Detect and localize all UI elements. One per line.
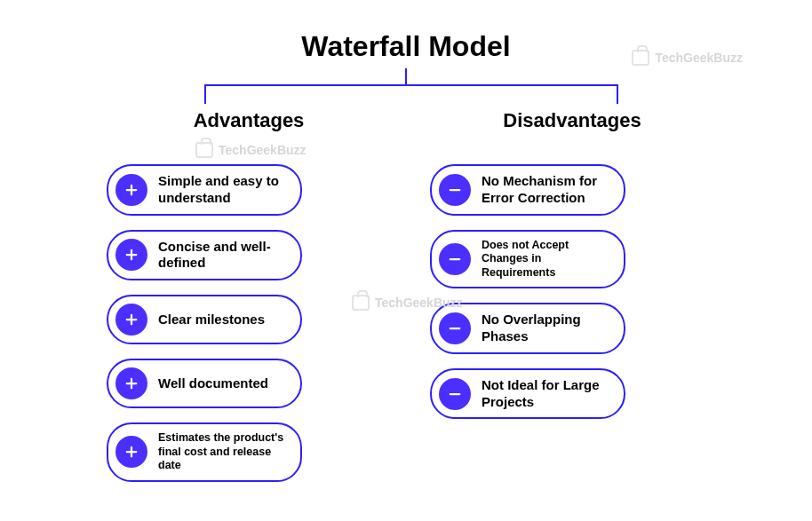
advantage-item: Clear milestones bbox=[107, 295, 302, 344]
item-text: Clear milestones bbox=[158, 312, 265, 328]
item-text: Concise and well-defined bbox=[158, 239, 288, 272]
diagram-title: Waterfall Model bbox=[0, 0, 812, 63]
columns-container: Advantages Simple and easy to understand… bbox=[0, 109, 812, 496]
plus-icon bbox=[115, 436, 147, 468]
item-text: Does not Accept Changes in Requirements bbox=[482, 239, 611, 280]
advantages-list: Simple and easy to understandConcise and… bbox=[107, 164, 391, 482]
advantage-item: Estimates the product's final cost and r… bbox=[107, 422, 302, 482]
disadvantage-item: No Mechanism for Error Correction bbox=[430, 164, 625, 216]
plus-icon bbox=[115, 174, 147, 206]
advantages-column: Advantages Simple and easy to understand… bbox=[107, 109, 391, 496]
item-text: Not Ideal for Large Projects bbox=[482, 377, 611, 411]
item-text: Well documented bbox=[158, 375, 268, 392]
minus-icon bbox=[439, 174, 471, 206]
disadvantage-item: No Overlapping Phases bbox=[430, 303, 625, 354]
disadvantages-list: No Mechanism for Error CorrectionDoes no… bbox=[430, 164, 714, 419]
plus-icon bbox=[115, 239, 147, 271]
advantage-item: Well documented bbox=[107, 359, 302, 408]
minus-icon bbox=[439, 378, 471, 410]
connector-lines bbox=[0, 68, 812, 113]
plus-icon bbox=[115, 304, 147, 335]
disadvantage-item: Not Ideal for Large Projects bbox=[430, 368, 625, 420]
item-text: Simple and easy to understand bbox=[158, 173, 288, 207]
advantage-item: Simple and easy to understand bbox=[107, 164, 302, 216]
item-text: No Overlapping Phases bbox=[482, 312, 611, 345]
plus-icon bbox=[115, 367, 147, 399]
item-text: Estimates the product's final cost and r… bbox=[158, 431, 288, 473]
item-text: No Mechanism for Error Correction bbox=[482, 173, 611, 207]
disadvantages-column: Disadvantages No Mechanism for Error Cor… bbox=[430, 109, 714, 496]
minus-icon bbox=[439, 312, 471, 344]
minus-icon bbox=[439, 243, 471, 275]
advantage-item: Concise and well-defined bbox=[107, 230, 302, 281]
disadvantage-item: Does not Accept Changes in Requirements bbox=[430, 230, 625, 289]
